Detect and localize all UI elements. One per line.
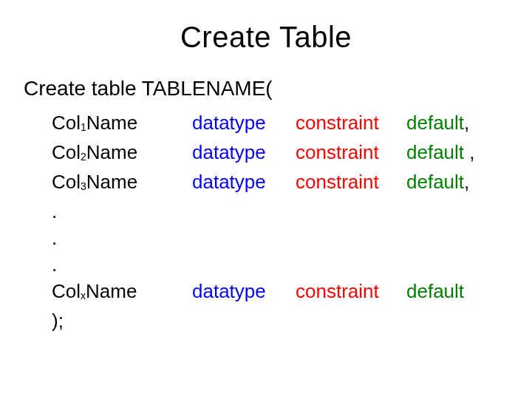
column-row-3: Col3Namedatatypeconstraintdefault, [52, 168, 475, 198]
constraint: constraint [296, 139, 406, 166]
default: default, [406, 168, 469, 195]
close-paren: ); [52, 307, 475, 334]
ellipsis-dot: . [52, 198, 475, 225]
constraint: constraint [296, 109, 406, 136]
datatype: datatype [192, 139, 296, 166]
datatype: datatype [192, 109, 296, 136]
column-name: ColxName [52, 278, 192, 307]
slide: Create Table Create table TABLENAME( Col… [0, 0, 532, 399]
constraint: constraint [296, 168, 406, 195]
column-name: Col1Name [52, 109, 192, 139]
column-name: Col3Name [52, 168, 192, 198]
column-definitions: Col1Namedatatypeconstraintdefault, Col2N… [52, 109, 475, 334]
ellipsis-dot: . [52, 225, 475, 251]
column-row-x: ColxNamedatatypeconstraintdefault [52, 278, 475, 307]
column-row-2: Col2Namedatatypeconstraintdefault , [52, 139, 475, 168]
constraint: constraint [296, 278, 406, 304]
datatype: datatype [192, 278, 296, 304]
create-table-statement: Create table TABLENAME( [24, 77, 273, 100]
datatype: datatype [192, 168, 296, 195]
ellipsis-dot: . [52, 251, 475, 278]
default: default , [406, 139, 475, 166]
column-row-1: Col1Namedatatypeconstraintdefault, [52, 109, 475, 139]
default: default [406, 278, 464, 304]
default: default, [406, 109, 469, 136]
slide-title: Create Table [0, 21, 532, 54]
column-name: Col2Name [52, 139, 192, 168]
